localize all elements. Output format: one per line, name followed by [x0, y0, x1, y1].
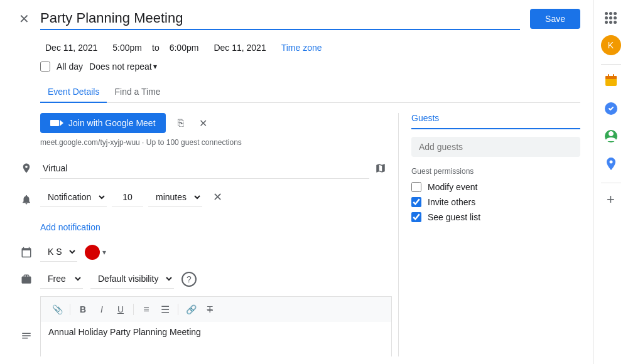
notification-unit-select[interactable]: minutes hours days weeks — [148, 188, 202, 207]
add-guests-input[interactable] — [411, 137, 580, 157]
chevron-down-icon: ▾ — [153, 62, 157, 71]
toolbar-divider-3 — [178, 304, 178, 315]
permission-modify-event: Modify event — [411, 182, 580, 192]
end-date-button[interactable]: Dec 11, 2021 — [208, 40, 271, 55]
save-button[interactable]: Save — [530, 9, 580, 29]
people-sidebar-button[interactable] — [598, 124, 624, 149]
add-icon: + — [607, 191, 615, 208]
remove-notification-icon: ✕ — [213, 190, 222, 204]
start-time-button[interactable]: 5:00pm — [107, 40, 147, 55]
color-dropdown-button[interactable]: ▾ — [102, 248, 106, 257]
guest-permissions-title: Guest permissions — [411, 167, 580, 176]
calendar-sidebar-button[interactable] — [598, 68, 624, 94]
location-input[interactable] — [40, 158, 369, 179]
description-section: 📎 B I U — [13, 296, 392, 356]
join-meet-button[interactable]: Join with Google Meet — [40, 113, 166, 133]
italic-icon: I — [100, 304, 103, 314]
briefcase-icon — [13, 274, 40, 285]
to-separator: to — [152, 43, 160, 53]
permission-invite-others: Invite others — [411, 197, 580, 207]
svg-rect-2 — [608, 74, 609, 77]
svg-rect-1 — [605, 76, 617, 79]
svg-rect-3 — [613, 74, 614, 77]
permission-see-guest-list: See guest list — [411, 212, 580, 222]
remove-notification-button[interactable]: ✕ — [207, 187, 227, 207]
remove-format-button[interactable]: T̶ — [201, 301, 219, 318]
chevron-down-icon: ▾ — [102, 248, 106, 257]
user-avatar-button[interactable]: K — [598, 33, 624, 58]
event-title-input[interactable] — [40, 8, 520, 30]
apps-grid-icon — [605, 12, 617, 24]
status-select[interactable]: Free Busy — [40, 269, 83, 289]
notification-icon — [13, 194, 40, 205]
visibility-select[interactable]: Default visibility Public Private — [90, 269, 174, 289]
description-input[interactable]: Annual Holiday Party Planning Meeting — [40, 322, 392, 356]
maps-sidebar-icon — [604, 156, 619, 171]
remove-format-icon: T̶ — [207, 304, 213, 314]
underline-icon: U — [117, 304, 124, 314]
tab-event-details[interactable]: Event Details — [40, 82, 107, 103]
modify-event-checkbox[interactable] — [411, 182, 421, 192]
bold-button[interactable]: B — [74, 301, 92, 318]
unordered-list-icon: ☰ — [161, 304, 170, 316]
add-sidebar-button[interactable]: + — [598, 187, 624, 212]
maps-sidebar-button[interactable] — [598, 151, 624, 176]
start-date-button[interactable]: Dec 11, 2021 — [40, 40, 102, 55]
meet-link: meet.google.com/tyj-xyjp-wuu · Up to 100… — [40, 138, 392, 147]
notification-type-select[interactable]: Notification Email — [40, 188, 107, 207]
timezone-button[interactable]: Time zone — [276, 40, 327, 55]
people-sidebar-icon — [604, 129, 619, 144]
all-day-label: All day — [57, 62, 83, 72]
close-button[interactable]: ✕ — [13, 8, 35, 30]
italic-button[interactable]: I — [93, 301, 111, 318]
location-icon — [13, 163, 40, 174]
ordered-list-button[interactable]: ≡ — [138, 301, 155, 318]
attachment-icon: 📎 — [52, 304, 63, 314]
notification-value-input[interactable] — [112, 188, 143, 206]
map-button[interactable] — [369, 157, 392, 179]
toolbar-divider-2 — [133, 304, 134, 315]
svg-point-6 — [609, 161, 612, 164]
end-time-button[interactable]: 6:00pm — [165, 40, 204, 55]
bold-icon: B — [80, 304, 86, 314]
link-icon: 🔗 — [186, 304, 197, 314]
help-icon[interactable]: ? — [181, 272, 197, 287]
sidebar-divider-1 — [601, 64, 621, 65]
link-button[interactable]: 🔗 — [182, 301, 200, 318]
tasks-sidebar-button[interactable] — [598, 96, 624, 121]
calendar-field-icon — [13, 247, 40, 258]
see-guest-list-label: See guest list — [428, 212, 480, 222]
guests-header: Guests — [411, 113, 580, 129]
attachment-button[interactable]: 📎 — [48, 301, 66, 318]
remove-meet-button[interactable]: ✕ — [193, 113, 214, 133]
calendar-select[interactable]: K S — [40, 242, 77, 262]
calendar-sidebar-icon — [604, 73, 619, 88]
toolbar-divider — [70, 304, 70, 315]
invite-others-label: Invite others — [428, 197, 475, 207]
google-meet-icon — [50, 120, 63, 126]
underline-button[interactable]: U — [112, 301, 129, 318]
tab-find-time[interactable]: Find a Time — [107, 82, 168, 103]
add-notification-button[interactable]: Add notification — [40, 220, 100, 235]
tasks-sidebar-icon — [604, 101, 619, 116]
event-color-circle[interactable] — [85, 245, 100, 260]
apps-button[interactable] — [598, 5, 624, 30]
invite-others-checkbox[interactable] — [411, 197, 421, 207]
all-day-checkbox[interactable] — [40, 62, 50, 72]
sidebar-divider-2 — [601, 183, 621, 183]
copy-meet-link-button[interactable]: ⎘ — [171, 113, 191, 133]
close-meet-icon: ✕ — [199, 117, 207, 129]
close-icon: ✕ — [19, 11, 30, 26]
copy-icon: ⎘ — [178, 117, 184, 129]
unordered-list-button[interactable]: ☰ — [156, 301, 174, 318]
description-icon — [13, 330, 40, 341]
modify-event-label: Modify event — [428, 182, 477, 192]
ordered-list-icon: ≡ — [143, 304, 149, 315]
see-guest-list-checkbox[interactable] — [411, 212, 421, 222]
user-avatar: K — [601, 35, 621, 55]
repeat-button[interactable]: Does not repeat ▾ — [89, 62, 157, 72]
